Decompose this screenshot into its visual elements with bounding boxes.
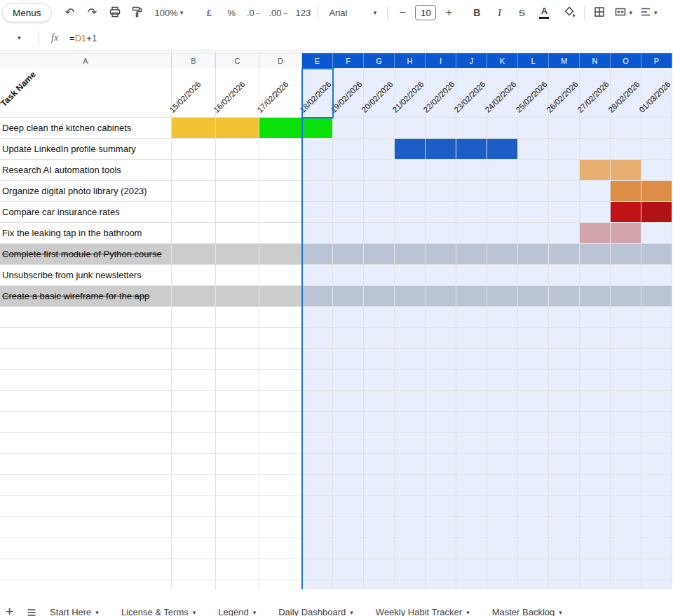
cell-D[interactable]: [259, 580, 302, 589]
cell-C[interactable]: [216, 349, 259, 370]
cell-K1[interactable]: 24/02/2026: [487, 68, 518, 118]
cell-H[interactable]: [395, 433, 426, 454]
cell-D[interactable]: [259, 433, 302, 454]
cell-L7[interactable]: [518, 223, 549, 244]
all-sheets-button[interactable]: [26, 607, 37, 616]
cell-P7[interactable]: [641, 223, 672, 244]
cell-I[interactable]: [426, 412, 456, 433]
column-header-C[interactable]: C: [216, 53, 259, 69]
cell-E[interactable]: [302, 580, 333, 589]
cell-K[interactable]: [487, 349, 518, 370]
currency-format-button[interactable]: £: [199, 3, 219, 22]
cell-F[interactable]: [333, 307, 364, 328]
cell-K[interactable]: [487, 370, 518, 391]
cell-D[interactable]: [259, 475, 302, 496]
cell-E9[interactable]: [302, 265, 333, 286]
cell-M[interactable]: [549, 475, 580, 496]
cell-N8[interactable]: [580, 244, 611, 265]
cell-J[interactable]: [456, 580, 487, 589]
cell-L[interactable]: [518, 391, 549, 412]
cell-H[interactable]: [395, 559, 426, 580]
cell-F[interactable]: [333, 454, 364, 475]
cell-E[interactable]: [302, 412, 333, 433]
cell-D4[interactable]: [259, 160, 302, 181]
redo-button[interactable]: ↷: [83, 3, 102, 22]
cell-P[interactable]: [641, 328, 672, 349]
cell-A[interactable]: [0, 454, 172, 475]
cell-F[interactable]: [333, 538, 364, 559]
column-header-P[interactable]: P: [641, 53, 672, 69]
cell-O5[interactable]: [611, 181, 641, 202]
cell-B6[interactable]: [172, 202, 216, 223]
add-sheet-button[interactable]: +: [6, 607, 13, 616]
cell-C5[interactable]: [216, 181, 259, 202]
cell-B[interactable]: [172, 496, 216, 517]
cell-H[interactable]: [395, 496, 426, 517]
cell-B[interactable]: [172, 475, 216, 496]
cell-H[interactable]: [395, 580, 426, 589]
cell-E[interactable]: [302, 433, 333, 454]
bold-button[interactable]: B: [467, 3, 487, 22]
cell-P9[interactable]: [641, 265, 672, 286]
cell-M8[interactable]: [549, 244, 580, 265]
more-number-formats-button[interactable]: 123: [293, 3, 313, 22]
cell-K[interactable]: [487, 538, 518, 559]
cell-P4[interactable]: [641, 160, 672, 181]
cell-M[interactable]: [549, 496, 580, 517]
cell-C3[interactable]: [216, 139, 259, 160]
cell-A3[interactable]: Update LinkedIn profile summary: [0, 139, 172, 160]
cell-A[interactable]: [0, 349, 172, 370]
cell-A[interactable]: [0, 538, 172, 559]
cell-P[interactable]: [641, 454, 672, 475]
cell-E[interactable]: [302, 349, 333, 370]
cell-L6[interactable]: [518, 202, 549, 223]
cell-E[interactable]: [302, 454, 333, 475]
cell-D9[interactable]: [259, 265, 302, 286]
cell-J[interactable]: [456, 496, 487, 517]
cell-M[interactable]: [549, 391, 580, 412]
cell-J[interactable]: [456, 517, 487, 538]
cell-G7[interactable]: [364, 223, 395, 244]
cell-G2[interactable]: [364, 118, 395, 139]
cell-D[interactable]: [259, 538, 302, 559]
cell-P[interactable]: [641, 433, 672, 454]
font-family-dropdown[interactable]: Arial ▾: [323, 3, 382, 22]
cell-F[interactable]: [333, 412, 364, 433]
cell-C[interactable]: [216, 475, 259, 496]
cell-B[interactable]: [172, 328, 216, 349]
cell-K[interactable]: [487, 454, 518, 475]
cell-P[interactable]: [641, 559, 672, 580]
cell-H4[interactable]: [395, 160, 426, 181]
cell-F9[interactable]: [333, 265, 364, 286]
cell-K5[interactable]: [487, 181, 518, 202]
cell-F3[interactable]: [333, 139, 364, 160]
cell-B3[interactable]: [172, 139, 216, 160]
column-header-K[interactable]: K: [487, 53, 518, 69]
cell-F[interactable]: [333, 517, 364, 538]
cell-J2[interactable]: [456, 118, 487, 139]
cell-L[interactable]: [518, 538, 549, 559]
cell-A6[interactable]: Compare car insurance rates: [0, 202, 172, 223]
cell-H[interactable]: [395, 454, 426, 475]
cell-I5[interactable]: [426, 181, 456, 202]
column-header-M[interactable]: M: [549, 53, 580, 69]
cell-P2[interactable]: [641, 118, 672, 139]
cell-E7[interactable]: [302, 223, 333, 244]
column-header-B[interactable]: B: [172, 53, 216, 69]
cell-P[interactable]: [641, 370, 672, 391]
cell-B1[interactable]: 15/02/2026: [172, 68, 216, 118]
cell-K[interactable]: [487, 391, 518, 412]
cell-O6[interactable]: [611, 202, 641, 223]
cell-O[interactable]: [611, 559, 641, 580]
name-box-dropdown[interactable]: ▾: [0, 34, 36, 41]
column-header-L[interactable]: L: [518, 53, 549, 69]
cell-A2[interactable]: Deep clean the kitchen cabinets: [0, 118, 172, 139]
cell-D[interactable]: [259, 328, 302, 349]
cell-M[interactable]: [549, 517, 580, 538]
cell-P[interactable]: [641, 538, 672, 559]
cell-F10[interactable]: [333, 286, 364, 307]
column-header-E[interactable]: E: [302, 53, 333, 69]
cell-J[interactable]: [456, 559, 487, 580]
cell-G[interactable]: [364, 475, 395, 496]
cell-N[interactable]: [580, 454, 611, 475]
